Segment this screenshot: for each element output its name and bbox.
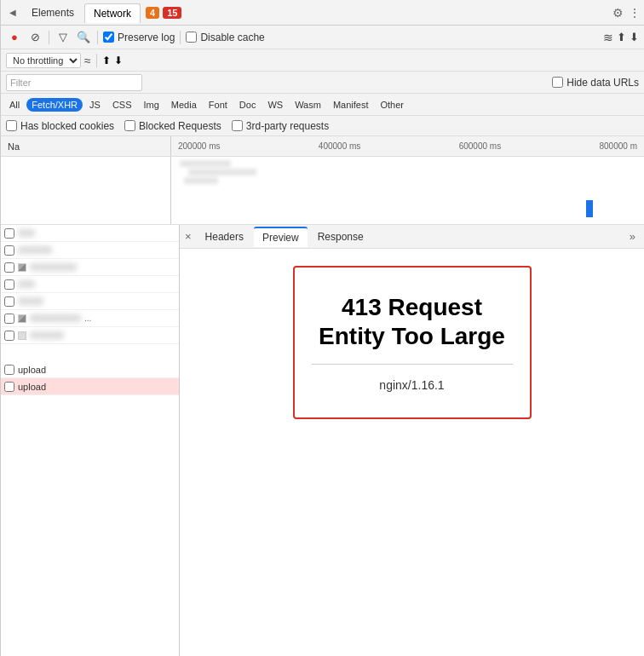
record-button[interactable]: ● <box>6 29 23 46</box>
preserve-log-text: Preserve log <box>118 32 175 43</box>
badge-orange: 4 <box>146 7 159 19</box>
item-icon-2 <box>18 263 26 272</box>
list-item[interactable] <box>1 225 179 242</box>
upload-name-2: upload <box>18 382 46 392</box>
toolbar-sep-1 <box>49 31 49 44</box>
item-checkbox-5[interactable] <box>4 314 14 324</box>
filter-type-font[interactable]: Font <box>204 98 233 112</box>
toolbar: ● ⊘ ▽ 🔍 Preserve log Disable cache ≋ ⬆ ⬇ <box>1 26 644 49</box>
download-icon[interactable]: ⬇ <box>630 31 639 43</box>
disable-cache-label[interactable]: Disable cache <box>186 32 264 43</box>
timeline-waterfall <box>1 157 644 225</box>
search-button[interactable]: 🔍 <box>75 29 92 46</box>
tab-bar: ◀ Elements Network 4 15 ⚙ ⋮ <box>1 0 644 26</box>
upload-download-icons: ⬆ ⬇ <box>617 31 639 43</box>
list-item[interactable] <box>1 242 179 259</box>
item-checkbox-4[interactable] <box>4 296 14 307</box>
third-party-label[interactable]: 3rd-party requests <box>232 120 329 132</box>
filter-type-all[interactable]: All <box>4 98 25 112</box>
disable-cache-checkbox[interactable] <box>186 32 197 43</box>
hide-data-urls-checkbox[interactable] <box>552 77 563 88</box>
item-icon-6 <box>18 331 26 340</box>
more-tabs-icon[interactable]: ⋮ <box>629 6 641 20</box>
blocked-cookies-checkbox[interactable] <box>6 120 17 131</box>
third-party-text: 3rd-party requests <box>246 120 329 132</box>
item-checkbox-3[interactable] <box>4 279 14 290</box>
item-checkbox-upload-2[interactable] <box>4 382 14 392</box>
throttle-upload-icon: ⬆ <box>102 55 111 66</box>
error-server: nginx/1.16.1 <box>379 378 444 392</box>
list-item-upload-1[interactable]: upload <box>1 361 179 378</box>
item-checkbox-2[interactable] <box>4 262 14 273</box>
toolbar-sep-3 <box>180 31 181 44</box>
error-title: 413 Request Entity Too Large <box>312 293 513 350</box>
blur-6 <box>30 331 64 339</box>
timeline-label-0: 200000 ms <box>178 141 220 151</box>
blur-0 <box>18 229 35 237</box>
tab-elements[interactable]: Elements <box>23 3 83 22</box>
filter-type-ws[interactable]: WS <box>262 98 288 112</box>
list-gap <box>1 344 179 361</box>
filter-type-css[interactable]: CSS <box>107 98 137 112</box>
waterfall-chart <box>171 157 644 224</box>
filter-type-wasm[interactable]: Wasm <box>290 98 326 112</box>
filter-type-media[interactable]: Media <box>166 98 202 112</box>
list-item[interactable] <box>1 293 179 310</box>
blocked-requests-checkbox[interactable] <box>124 120 135 131</box>
upload-name-1: upload <box>18 365 46 375</box>
item-checkbox-upload-1[interactable] <box>4 365 14 375</box>
network-list: ... upload upload <box>1 225 180 656</box>
preserve-log-checkbox[interactable] <box>103 32 114 43</box>
list-item[interactable] <box>1 327 179 344</box>
third-party-checkbox[interactable] <box>232 120 243 131</box>
filter-type-img[interactable]: Img <box>139 98 164 112</box>
close-request-button[interactable]: × <box>185 230 192 243</box>
devtools-container: ◀ Elements Network 4 15 ⚙ ⋮ ● ⊘ ▽ 🔍 Pres… <box>0 0 644 656</box>
wf-blur-3 <box>184 177 218 184</box>
item-checkbox-6[interactable] <box>4 331 14 341</box>
hide-data-urls-label[interactable]: Hide data URLs <box>552 77 639 89</box>
tab-network[interactable]: Network <box>84 3 141 23</box>
list-item[interactable]: ... <box>1 310 179 327</box>
filter-type-doc[interactable]: Doc <box>234 98 262 112</box>
scroll-left-btn[interactable]: ◀ <box>4 3 21 23</box>
filter-type-other[interactable]: Other <box>375 98 409 112</box>
waterfall-name-col <box>1 157 171 224</box>
waterfall-blurs <box>180 160 256 184</box>
list-item-upload-2[interactable]: upload <box>1 378 179 395</box>
tab-preview[interactable]: Preview <box>254 227 308 247</box>
toolbar-sep-2 <box>97 31 98 44</box>
preview-content: 413 Request Entity Too Large nginx/1.16.… <box>180 249 644 656</box>
badge-red: 15 <box>163 7 181 19</box>
filter-type-js[interactable]: JS <box>84 98 106 112</box>
blocked-requests-label[interactable]: Blocked Requests <box>124 120 221 132</box>
blur-4 <box>18 297 43 305</box>
throttle-select[interactable]: No throttling <box>6 53 81 68</box>
tab-headers[interactable]: Headers <box>197 227 252 246</box>
disable-cache-text: Disable cache <box>200 32 264 43</box>
upload-icon[interactable]: ⬆ <box>617 31 626 43</box>
tab-response[interactable]: Response <box>309 227 372 246</box>
item-checkbox-1[interactable] <box>4 245 14 256</box>
blocked-cookies-label[interactable]: Has blocked cookies <box>6 120 114 132</box>
stop-button[interactable]: ⊘ <box>26 29 43 46</box>
list-item[interactable] <box>1 259 179 276</box>
filter-type-manifest[interactable]: Manifest <box>328 98 374 112</box>
preview-tabs: × Headers Preview Response » <box>180 225 644 249</box>
filter-placeholder: Filter <box>10 78 31 88</box>
throttle-download-icon: ⬇ <box>114 55 123 66</box>
list-item[interactable] <box>1 276 179 293</box>
item-checkbox-0[interactable] <box>4 228 14 239</box>
more-tabs-icon[interactable]: » <box>626 230 639 243</box>
timeline-bar-area: 200000 ms 400000 ms 600000 ms 800000 m <box>171 136 644 156</box>
filter-input-wrap: Filter <box>6 74 142 91</box>
filter-type-fetch-xhr[interactable]: Fetch/XHR <box>26 98 83 112</box>
settings-icon[interactable]: ⚙ <box>612 6 624 20</box>
preserve-log-label[interactable]: Preserve log <box>103 32 175 43</box>
filter-row: Filter Hide data URLs <box>1 72 644 94</box>
filter-button[interactable]: ▽ <box>55 29 72 46</box>
wf-blue-bar <box>586 200 593 217</box>
blur-3 <box>18 280 35 288</box>
filter-types-row: All Fetch/XHR JS CSS Img Media Font Doc … <box>1 94 644 116</box>
blocked-cookies-text: Has blocked cookies <box>20 120 114 132</box>
